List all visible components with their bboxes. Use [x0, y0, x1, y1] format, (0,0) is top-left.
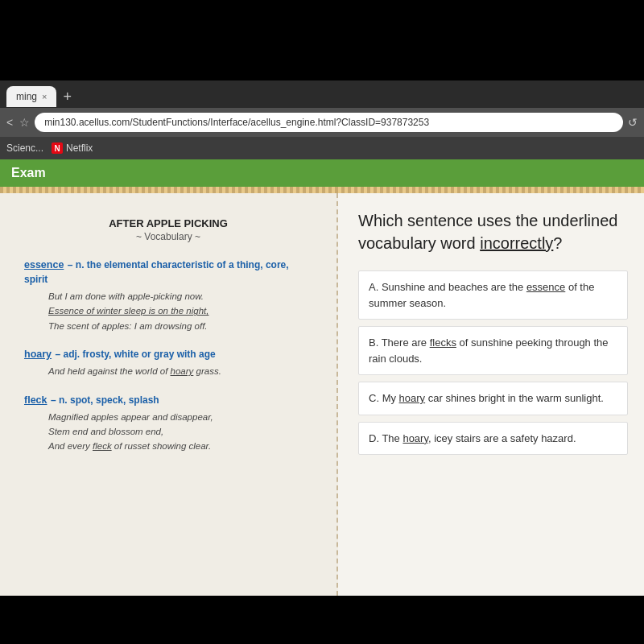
- poem-title: AFTER APPLE PICKING: [24, 217, 312, 229]
- tab-close-button[interactable]: ×: [42, 92, 47, 101]
- answer-option-d[interactable]: D. The hoary, icey stairs are a safety h…: [358, 422, 628, 456]
- vocab-entry-hoary: hoary – adj. frosty, white or gray with …: [24, 346, 312, 378]
- tab-label: ming: [16, 91, 37, 102]
- nav-right-icons: ↺: [628, 116, 638, 129]
- answer-option-a[interactable]: A. Sunshine and beaches are the essence …: [358, 270, 628, 320]
- vocab-line-fleck-3: And every fleck of russet showing clear.: [48, 439, 312, 453]
- option-a-text: Sunshine and beaches are the essence of …: [369, 281, 594, 309]
- option-b-letter: B.: [369, 336, 382, 349]
- tab-bar: ming × +: [0, 80, 644, 108]
- browser-chrome: ming × + < ☆ ↺ Scienc... N Netflix: [0, 80, 644, 159]
- vocab-lines-essence: But I am done with apple-picking now. Es…: [24, 289, 312, 333]
- vocab-lines-hoary: And held against the world of hoary gras…: [24, 364, 312, 378]
- vocab-line-fleck-2: Stem end and blossom end,: [48, 424, 312, 439]
- vocab-def-essence: – n. the elemental characteristic of a t…: [24, 259, 289, 285]
- netflix-icon: N: [52, 142, 63, 154]
- browser-tab[interactable]: ming ×: [6, 86, 56, 107]
- answer-option-c[interactable]: C. My hoary car shines bright in the war…: [358, 382, 628, 415]
- vocab-lines-fleck: Magnified apples appear and disappear, S…: [24, 410, 312, 454]
- exam-header: Exam: [0, 159, 644, 187]
- black-top-area: [0, 0, 644, 80]
- question-title: Which sentence uses the underlined vocab…: [358, 209, 628, 254]
- vocab-line-3: The scent of apples: I am drowsing off.: [48, 319, 312, 333]
- wavy-divider: [0, 187, 644, 193]
- right-panel: Which sentence uses the underlined vocab…: [338, 193, 644, 596]
- bookmarks-bar: Scienc... N Netflix: [0, 137, 644, 159]
- vocab-term-essence[interactable]: essence: [24, 259, 64, 270]
- bookmark-scienc[interactable]: Scienc...: [6, 142, 43, 154]
- exam-header-label: Exam: [11, 166, 46, 180]
- poem-subtitle: ~ Vocabulary ~: [24, 231, 312, 242]
- option-d-letter: D.: [369, 432, 382, 444]
- nav-icons: < ☆: [6, 116, 30, 129]
- option-a-letter: A.: [369, 281, 382, 293]
- address-bar: < ☆ ↺: [0, 108, 644, 137]
- new-tab-button[interactable]: +: [56, 89, 78, 105]
- vocab-line-2: Essence of winter sleep is on the night,: [48, 303, 312, 318]
- vocab-line-fleck-1: Magnified apples appear and disappear,: [48, 410, 312, 424]
- vocab-entry-fleck: fleck – n. spot, speck, splash Magnified…: [24, 392, 312, 454]
- black-bottom-area: [0, 596, 644, 644]
- main-content: AFTER APPLE PICKING ~ Vocabulary ~ essen…: [0, 193, 644, 596]
- vocab-entry-essence: essence – n. the elemental characteristi…: [24, 257, 312, 333]
- nav-back-icon[interactable]: <: [6, 116, 13, 129]
- option-b-text: There are flecks of sunshine peeking thr…: [369, 336, 609, 365]
- vocab-line-1: But I am done with apple-picking now.: [48, 289, 312, 303]
- vocab-term-fleck[interactable]: fleck: [24, 394, 47, 406]
- option-c-letter: C.: [369, 392, 382, 404]
- answer-options: A. Sunshine and beaches are the essence …: [358, 270, 628, 455]
- nav-star-icon[interactable]: ☆: [19, 116, 30, 129]
- option-d-text: The hoary, icey stairs are a safety haza…: [382, 432, 576, 444]
- vocab-term-hoary[interactable]: hoary: [24, 349, 52, 360]
- bookmark-netflix[interactable]: N Netflix: [52, 142, 93, 154]
- bookmark-scienc-label: Scienc...: [6, 142, 43, 154]
- answer-option-b[interactable]: B. There are flecks of sunshine peeking …: [358, 326, 628, 375]
- vocab-def-hoary: – adj. frosty, white or gray with age: [56, 349, 216, 360]
- left-panel: AFTER APPLE PICKING ~ Vocabulary ~ essen…: [0, 193, 338, 596]
- address-input[interactable]: [35, 113, 623, 132]
- vocab-line-hoary-1: And held against the world of hoary gras…: [48, 364, 312, 378]
- bookmark-netflix-label: Netflix: [66, 142, 93, 154]
- nav-reload-icon[interactable]: ↺: [628, 116, 638, 129]
- vocab-def-fleck: – n. spot, speck, splash: [51, 394, 159, 406]
- option-c-text: My hoary car shines bright in the warm s…: [382, 392, 604, 404]
